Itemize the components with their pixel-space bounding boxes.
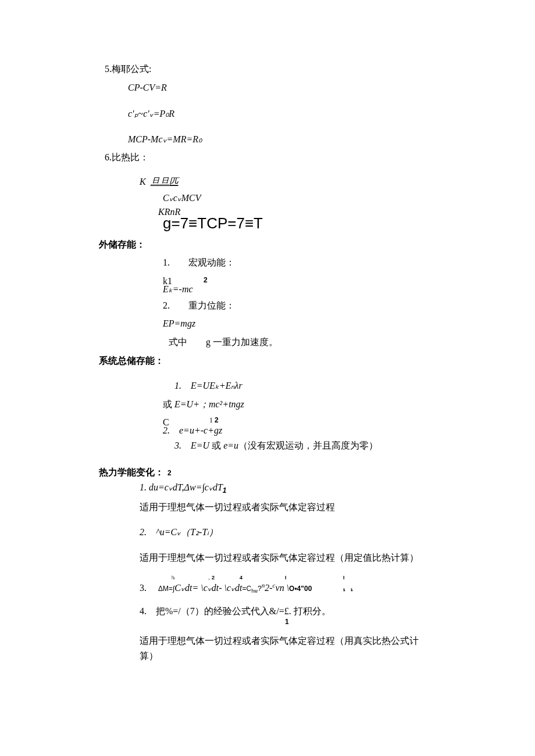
g-note: 式中 g 一重力加速度。 [169, 335, 430, 350]
thermo-note1: 适用于理想气体一切过程或者实际气体定容过程 [140, 500, 430, 515]
macro-kinetic-label: 1. 宏观动能： [163, 255, 430, 270]
thermo-header: 热力学能变化： [99, 467, 164, 477]
eq-cp-cv-r: CP-CV=R [128, 80, 430, 95]
ext-energy-header: 外储存能： [99, 237, 430, 252]
denom-cvcvmcv: CᵥcᵥMCV [163, 191, 430, 206]
thermo-one-a: 1 [223, 486, 227, 495]
thermo-two: 2 [167, 469, 172, 477]
total-energy-header: 系统总储存能： [99, 353, 430, 368]
ep-eq: EP=mgz [163, 316, 430, 331]
one-under: 1 [285, 617, 289, 628]
gravity-pe-label: 2. 重力位能： [163, 298, 430, 313]
thermo-eq2: 2. ^u=Cᵥ（T₂-Tᵢ） [140, 525, 430, 540]
thermo-note2: 适用于理想气体一切过程或者实际气体定容过程（用定值比热计算） [140, 550, 430, 565]
section-6-title: 6.比热比： [105, 150, 430, 165]
eq-mcp-mcv: MCP-Mcᵥ=MR=R₀ [128, 132, 430, 147]
eq-cp-cv-p0r: c'ₚ~c'ᵥ=P₀R [128, 106, 430, 121]
big-equation: g=7≡TCP=7≡T [163, 212, 263, 236]
total-eq1: 1. E=UEₖ+Eₙλr [174, 378, 430, 393]
ddp-text: 旦旦匹 [151, 177, 179, 187]
thermo-eq1: 1. du=cᵥdT,Δw=∫cᵥdT [140, 482, 223, 492]
ek-eq: Eₖ=-mc [163, 282, 193, 297]
thermo-note3: 适用于理想气体一切过程或者实际气体定容过程（用真实比热公式计算） [140, 633, 430, 663]
k-letter: K [140, 177, 146, 187]
two-sup: 2 [204, 275, 208, 286]
section-5-title: 5.梅耶公式: [105, 62, 430, 77]
i3-pre: 3. [140, 583, 156, 593]
total-eq2: 2. e=u+-c+gz [163, 423, 222, 438]
